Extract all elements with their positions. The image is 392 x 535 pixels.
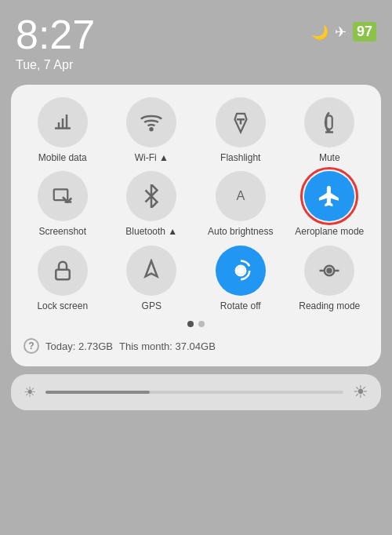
tile-icon-mute bbox=[304, 97, 354, 147]
airplane-status-icon: ✈ bbox=[335, 24, 347, 41]
tile-icon-aeroplane-mode bbox=[304, 171, 354, 221]
tile-label-mute: Mute bbox=[319, 152, 340, 163]
tile-label-auto-brightness: Auto brightness bbox=[208, 226, 273, 237]
today-usage: Today: 2.73GB bbox=[45, 340, 113, 352]
brightness-high-icon: ☀ bbox=[353, 382, 368, 402]
tile-icon-rotate-off bbox=[216, 246, 266, 296]
tile-label-bluetooth: Bluetooth ▲ bbox=[125, 226, 177, 237]
moon-icon: 🌙 bbox=[311, 24, 328, 41]
status-icons: 🌙 ✈ 97 bbox=[311, 14, 376, 42]
tile-icon-screenshot bbox=[38, 171, 88, 221]
tile-screenshot[interactable]: Screenshot bbox=[20, 171, 105, 237]
tile-label-screenshot: Screenshot bbox=[38, 226, 86, 237]
tile-grid: Mobile data Wi-Fi ▲ bbox=[20, 97, 372, 311]
tile-label-flashlight: Flashlight bbox=[220, 152, 260, 163]
tile-label-rotate-off: Rotate off bbox=[220, 300, 261, 311]
tile-icon-flashlight bbox=[216, 97, 266, 147]
brightness-fill bbox=[45, 391, 150, 394]
tile-lock-screen[interactable]: Lock screen bbox=[20, 246, 105, 311]
tile-bluetooth[interactable]: Bluetooth ▲ bbox=[110, 171, 194, 237]
tile-flashlight[interactable]: Flashlight bbox=[198, 97, 283, 163]
tile-icon-reading-mode bbox=[304, 246, 354, 296]
tile-label-lock-screen: Lock screen bbox=[37, 300, 88, 311]
brightness-low-icon: ☀ bbox=[24, 384, 36, 401]
tile-icon-mobile-data bbox=[38, 97, 88, 147]
quick-settings-panel: Mobile data Wi-Fi ▲ bbox=[11, 85, 381, 366]
tile-icon-lock-screen bbox=[38, 246, 88, 296]
tile-label-mobile-data: Mobile data bbox=[38, 152, 87, 163]
month-usage: This month: 37.04GB bbox=[119, 340, 216, 352]
data-usage-row: ? Today: 2.73GB This month: 37.04GB bbox=[20, 335, 372, 355]
tile-mobile-data[interactable]: Mobile data bbox=[20, 97, 105, 163]
tile-mute[interactable]: Mute bbox=[288, 97, 372, 163]
tile-label-aeroplane-mode: Aeroplane mode bbox=[295, 226, 364, 237]
dot-1 bbox=[187, 321, 194, 327]
tile-icon-wifi bbox=[126, 97, 176, 147]
svg-point-4 bbox=[151, 128, 153, 130]
status-bar: 8:27 Tue, 7 Apr 🌙 ✈ 97 bbox=[0, 0, 392, 78]
tile-icon-gps bbox=[126, 246, 176, 296]
tile-rotate-off[interactable]: Rotate off bbox=[198, 246, 283, 311]
tile-label-gps: GPS bbox=[142, 300, 162, 311]
tile-auto-brightness[interactable]: A Auto brightness bbox=[198, 171, 283, 237]
brightness-track[interactable] bbox=[45, 391, 343, 394]
brightness-bar[interactable]: ☀ ☀ bbox=[11, 374, 381, 410]
battery-badge: 97 bbox=[353, 22, 376, 42]
info-icon: ? bbox=[24, 338, 39, 354]
tile-icon-bluetooth bbox=[126, 171, 176, 221]
tile-icon-auto-brightness: A bbox=[216, 171, 266, 221]
tile-reading-mode[interactable]: Reading mode bbox=[288, 246, 372, 311]
tile-gps[interactable]: GPS bbox=[110, 246, 194, 311]
date: Tue, 7 Apr bbox=[16, 58, 95, 72]
tile-label-reading-mode: Reading mode bbox=[299, 300, 360, 311]
svg-point-19 bbox=[328, 268, 332, 272]
page-dots bbox=[20, 321, 372, 327]
svg-text:A: A bbox=[236, 188, 245, 202]
clock: 8:27 bbox=[16, 14, 95, 55]
tile-aeroplane-mode[interactable]: Aeroplane mode bbox=[288, 171, 372, 237]
dot-2 bbox=[198, 321, 205, 327]
svg-rect-14 bbox=[56, 270, 70, 280]
svg-rect-8 bbox=[327, 115, 333, 129]
svg-rect-11 bbox=[54, 190, 68, 201]
tile-label-wifi: Wi-Fi ▲ bbox=[135, 152, 169, 163]
tile-wifi[interactable]: Wi-Fi ▲ bbox=[110, 97, 194, 163]
